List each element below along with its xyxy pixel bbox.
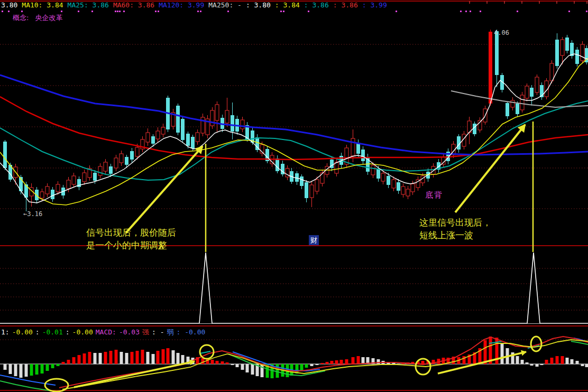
candle-body (315, 180, 319, 191)
candle-body (473, 124, 476, 134)
event-dot (568, 11, 570, 12)
macd-histogram-bar (321, 363, 324, 364)
macd-histogram-bar (131, 352, 134, 364)
macd-histogram-bar (276, 364, 279, 378)
macd-histogram-bar (516, 356, 519, 364)
macd-histogram-bar (330, 361, 334, 364)
candle-body (361, 150, 365, 161)
high-price-label: 4.06 (494, 29, 509, 36)
candle-body (310, 185, 314, 198)
ma60-line (0, 97, 588, 160)
concept-label: 概念: (13, 14, 29, 22)
event-dot (227, 11, 229, 12)
macd-histogram-bar (115, 350, 118, 364)
macd-header: 1:-0.00:-0.01:-0.00MACD:-0.03强: -弱: -0.0… (1, 328, 208, 337)
candle-body (72, 176, 76, 184)
macd-histogram-bar (300, 364, 304, 370)
macd-histogram-bar (41, 364, 44, 374)
macd-value-segment: 强 (142, 328, 149, 336)
event-dot (480, 11, 481, 12)
macd-histogram-bar (78, 355, 81, 364)
signal-pane-layer (0, 253, 588, 323)
macd-histogram-bar (545, 360, 548, 364)
macd-histogram-bar (167, 348, 170, 364)
macd-histogram-bar (120, 352, 123, 364)
candle-body (210, 110, 214, 126)
macd-histogram-bar (397, 363, 400, 364)
candle-body (215, 105, 219, 120)
macd-histogram-bar (177, 353, 180, 364)
signal-spike (527, 253, 540, 323)
candle-body (45, 186, 49, 194)
macd-histogram-bar (571, 359, 574, 364)
event-dot (586, 11, 587, 12)
candle-body (186, 134, 190, 146)
candle-body (114, 158, 118, 168)
candle-body (511, 100, 514, 107)
event-dot (200, 11, 201, 12)
macd-histogram-bar (157, 351, 160, 364)
candle-body (495, 31, 499, 75)
candle-body (130, 151, 134, 160)
macd-histogram-bar (335, 360, 338, 364)
event-dot (280, 11, 282, 12)
right-annotation: 这里信号出现后， 短线上涨一波 (419, 216, 491, 241)
candle-body (56, 184, 60, 192)
candle-body (575, 50, 579, 64)
candle-body (561, 40, 564, 55)
candle-body (550, 63, 554, 81)
macd-histogram-bar (104, 352, 107, 364)
ma-value-segment: : 3.86 (304, 1, 329, 9)
candle-body (489, 32, 492, 104)
macd-histogram-bar (9, 364, 12, 374)
macd-histogram-bar (172, 350, 175, 364)
macd-value-segment: -0.00 (72, 328, 93, 336)
macd-histogram-bar (4, 364, 7, 370)
macd-histogram-bar (526, 362, 529, 364)
macd-histogram-bar (326, 362, 329, 364)
event-dots-layer (2, 11, 587, 12)
highlight-circle (45, 379, 68, 391)
candle-body (67, 180, 70, 189)
macd-histogram-bar (51, 364, 54, 368)
macd-histogram-bar (305, 364, 308, 368)
candle-body (376, 169, 380, 179)
ma-value-segment: : 3.86 (333, 1, 358, 9)
macd-histogram-bar (67, 360, 70, 364)
event-dot (283, 11, 284, 12)
candle-body (406, 189, 410, 196)
candle-body (397, 182, 400, 191)
macd-histogram-bar (261, 364, 264, 377)
ma-value-segment: : 3.99 (362, 1, 387, 9)
macd-histogram-bar (226, 362, 229, 364)
candle-body (506, 103, 509, 116)
macd-histogram-bar (246, 364, 249, 372)
ma5-line (0, 54, 588, 203)
candle-body (411, 184, 415, 192)
candle-body (535, 77, 539, 92)
macd-histogram-bar (20, 364, 23, 378)
candle-body (581, 44, 584, 61)
candle-body (516, 104, 519, 114)
macd-histogram-bar (231, 364, 234, 365)
event-dot (155, 11, 157, 12)
candle-body (98, 166, 102, 175)
macd-histogram-bar (536, 364, 539, 367)
macd-value-segment: -0.03 (119, 328, 140, 336)
candles-layer (3, 30, 588, 211)
concept-value[interactable]: 央企改革 (35, 14, 62, 22)
ma-value-segment: MA120: 3.99 (159, 1, 204, 9)
macd-histogram-bar (146, 352, 150, 364)
macd-histogram-bar (540, 364, 544, 365)
candle-body (176, 106, 180, 133)
ma-value-segment: : 3.84 (275, 1, 300, 9)
macd-value-segment: MACD: (96, 328, 116, 336)
candle-body (275, 158, 279, 171)
macd-histogram-bar (421, 361, 425, 364)
right-annotation-line2: 短线上涨一波 (419, 229, 491, 241)
candle-body (104, 162, 107, 171)
candle-body (191, 137, 195, 148)
macd-histogram-bar (99, 353, 102, 364)
macd-histogram-bar (377, 359, 380, 364)
macd-histogram-bar (109, 351, 113, 364)
